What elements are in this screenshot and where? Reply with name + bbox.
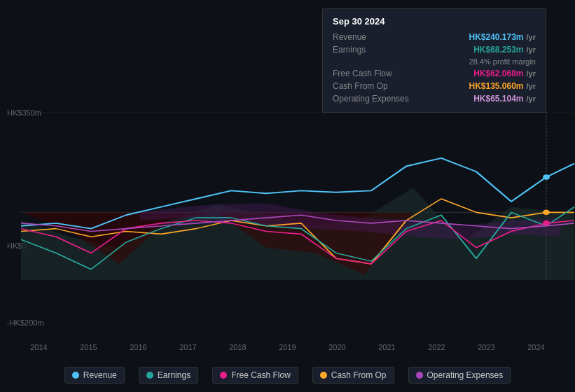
fcf-value: HK$62.068m/yr: [473, 69, 536, 78]
legend-revenue[interactable]: Revenue: [64, 367, 125, 384]
legend-opex[interactable]: Operating Expenses: [408, 367, 511, 384]
tooltip-date: Sep 30 2024: [333, 16, 536, 27]
fcf-label: Free Cash Flow: [333, 69, 410, 78]
profit-margin-value: 28.4% profit margin: [469, 57, 536, 66]
svg-point-9: [543, 220, 550, 226]
tooltip-row-opex: Operating Expenses HK$65.104m/yr: [333, 92, 536, 105]
legend-earnings-label: Earnings: [158, 370, 190, 380]
x-label-2020: 2020: [328, 343, 345, 351]
x-label-2014: 2014: [30, 343, 47, 351]
x-label-2021: 2021: [378, 343, 395, 351]
x-label-2024: 2024: [527, 343, 544, 351]
cashfromop-label: Cash From Op: [333, 81, 410, 91]
x-label-2019: 2019: [279, 343, 296, 351]
opex-value: HK$65.104m/yr: [473, 94, 536, 104]
opex-dot: [416, 372, 423, 379]
earnings-label: Earnings: [333, 45, 410, 55]
x-label-2017: 2017: [179, 343, 196, 351]
x-label-2015: 2015: [80, 343, 97, 351]
legend-earnings[interactable]: Earnings: [139, 367, 198, 384]
revenue-value: HK$240.173m/yr: [469, 32, 536, 42]
tooltip-row-cashfromop: Cash From Op HK$135.060m/yr: [333, 80, 536, 92]
earnings-dot: [146, 372, 153, 379]
x-label-2022: 2022: [428, 343, 445, 351]
revenue-dot: [72, 372, 79, 379]
svg-point-7: [543, 174, 550, 180]
legend: Revenue Earnings Free Cash Flow Cash Fro…: [0, 367, 575, 384]
cashfromop-value: HK$135.060m/yr: [469, 81, 536, 91]
legend-cashfromop-label: Cash From Op: [331, 370, 387, 380]
opex-label: Operating Expenses: [333, 94, 410, 104]
chart-svg: [0, 112, 575, 329]
legend-fcf[interactable]: Free Cash Flow: [212, 367, 298, 384]
earnings-value: HK$68.253m/yr: [473, 45, 536, 55]
svg-point-8: [543, 210, 550, 216]
cashfromop-dot: [320, 372, 327, 379]
legend-revenue-label: Revenue: [83, 370, 117, 380]
x-label-2023: 2023: [478, 343, 494, 351]
tooltip-box: Sep 30 2024 Revenue HK$240.173m/yr Earni…: [322, 8, 546, 113]
x-label-2018: 2018: [229, 343, 246, 351]
tooltip-row-revenue: Revenue HK$240.173m/yr: [333, 31, 536, 43]
legend-fcf-label: Free Cash Flow: [231, 370, 291, 380]
tooltip-row-earnings: Earnings HK$68.253m/yr: [333, 43, 536, 56]
chart-container: Sep 30 2024 Revenue HK$240.173m/yr Earni…: [0, 0, 575, 392]
tooltip-row-profit-margin: 28.4% profit margin: [333, 56, 536, 67]
x-label-2016: 2016: [130, 343, 146, 351]
tooltip-row-fcf: Free Cash Flow HK$62.068m/yr: [333, 67, 536, 80]
revenue-label: Revenue: [333, 32, 410, 42]
fcf-dot: [220, 372, 227, 379]
legend-opex-label: Operating Expenses: [427, 370, 504, 380]
legend-cashfromop[interactable]: Cash From Op: [312, 367, 394, 384]
x-labels: 2014 2015 2016 2017 2018 2019 2020 2021 …: [0, 343, 575, 351]
